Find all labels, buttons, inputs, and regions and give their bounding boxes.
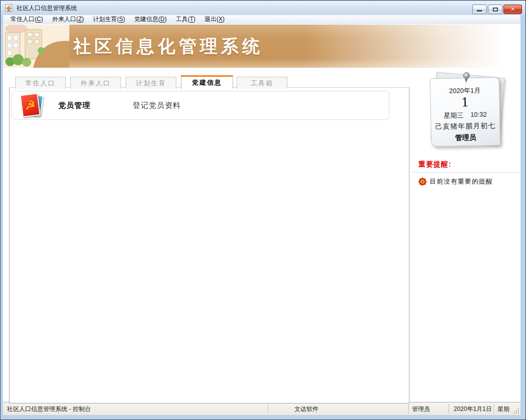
- banner-buildings-illustration: [3, 25, 69, 68]
- status-console-label: 社区人口信息管理系统 - 控制台: [7, 405, 91, 413]
- menu-tools[interactable]: 工具(T): [171, 15, 200, 24]
- banner-background: 社区信息化管理系统: [69, 25, 520, 68]
- menu-family-planning[interactable]: 计划生育(S): [88, 15, 130, 24]
- calendar-lunar-date: 己亥猪年腊月初七: [431, 121, 499, 131]
- reminder-empty-message: 目前没有重要的提醒: [430, 177, 493, 186]
- menu-migrant-population[interactable]: 外来人口(Z): [48, 15, 88, 24]
- status-date-label: 2020年1月1日: [454, 405, 492, 413]
- close-icon: ✕: [510, 6, 515, 13]
- close-button[interactable]: ✕: [503, 5, 522, 14]
- sidebar: 2020年1月 1 星期三 10:32 己亥猪年腊月初七 管理员: [412, 68, 520, 402]
- calendar-time: 10:32: [470, 110, 487, 120]
- window-title: 社区人口信息管理系统: [17, 4, 77, 13]
- status-separator: [268, 404, 268, 413]
- reminder-item: ! 目前没有重要的提醒: [418, 177, 493, 186]
- banner: 社区信息化管理系统: [3, 25, 520, 68]
- tab-family-planning[interactable]: 计划生育: [126, 77, 176, 89]
- party-member-management-card[interactable]: ☭ 党员管理 登记党员资料: [12, 91, 389, 120]
- reminder-heading: 重要提醒:: [418, 160, 452, 169]
- card-description: 登记党员资料: [133, 101, 181, 110]
- tab-resident-population[interactable]: 常住人口: [15, 77, 66, 89]
- menu-exit[interactable]: 退出(X): [200, 15, 229, 24]
- tab-bar: 常住人口 外来人口 计划生育 党建信息 工具箱: [15, 75, 292, 89]
- calendar-user: 管理员: [432, 133, 500, 143]
- tab-content-panel: ☭ 党员管理 登记党员资料: [9, 87, 409, 403]
- maximize-icon: [493, 8, 498, 12]
- status-vendor-label: 文达软件: [294, 405, 319, 413]
- maximize-button[interactable]: [488, 5, 502, 14]
- workspace: 常住人口 外来人口 计划生育 党建信息 工具箱 ☭ 党员管理 登记党员资料: [3, 68, 520, 402]
- banner-title: 社区信息化管理系统: [73, 35, 263, 58]
- resize-grip[interactable]: [513, 407, 519, 414]
- calendar-weekday-time: 星期三 10:32: [431, 110, 499, 120]
- alert-exclamation-icon: !: [420, 179, 425, 184]
- calendar-day: 1: [431, 95, 499, 110]
- status-separator: [494, 404, 494, 413]
- menu-party-building[interactable]: 党建信息(D): [130, 15, 171, 24]
- window-controls: ✕: [472, 5, 522, 14]
- party-emblem-icon: ☭: [20, 93, 40, 117]
- calendar-year-month: 2020年1月: [431, 86, 499, 96]
- status-weekday-label: 星期: [497, 405, 509, 413]
- status-separator: [449, 404, 449, 413]
- app-window: 社区人口信息管理系统 ✕ 常住人口(C) 外来人口(Z) 计划生育(S) 党建信…: [0, 0, 526, 420]
- app-house-icon: [5, 4, 14, 12]
- reminder-divider: [412, 172, 519, 173]
- alert-burst-icon: !: [418, 178, 427, 186]
- tab-toolbox[interactable]: 工具箱: [237, 77, 287, 89]
- status-bar: 社区人口信息管理系统 - 控制台 文达软件 管理员 2020年1月1日 星期: [3, 402, 520, 415]
- menu-resident-population[interactable]: 常住人口(C): [6, 15, 48, 24]
- status-separator: [408, 404, 409, 413]
- calendar-note-paper: 2020年1月 1 星期三 10:32 己亥猪年腊月初七 管理员: [430, 77, 500, 147]
- hammer-sickle-icon: ☭: [24, 98, 36, 111]
- tab-migrant-population[interactable]: 外来人口: [70, 77, 121, 89]
- party-flag-icon: ☭: [19, 93, 45, 118]
- menu-bar: 常住人口(C) 外来人口(Z) 计划生育(S) 党建信息(D) 工具(T) 退出…: [3, 15, 520, 24]
- client-area: 常住人口(C) 外来人口(Z) 计划生育(S) 党建信息(D) 工具(T) 退出…: [3, 15, 520, 415]
- tab-party-building[interactable]: 党建信息: [181, 75, 233, 89]
- minimize-icon: [477, 10, 482, 12]
- minimize-button[interactable]: [472, 5, 487, 14]
- card-title: 党员管理: [58, 101, 90, 110]
- title-bar: 社区人口信息管理系统 ✕: [1, 1, 525, 15]
- calendar-weekday: 星期三: [444, 111, 463, 120]
- calendar-note: 2020年1月 1 星期三 10:32 己亥猪年腊月初七 管理员: [431, 77, 502, 147]
- status-user-label: 管理员: [412, 405, 430, 413]
- pushpin-icon: [463, 72, 470, 82]
